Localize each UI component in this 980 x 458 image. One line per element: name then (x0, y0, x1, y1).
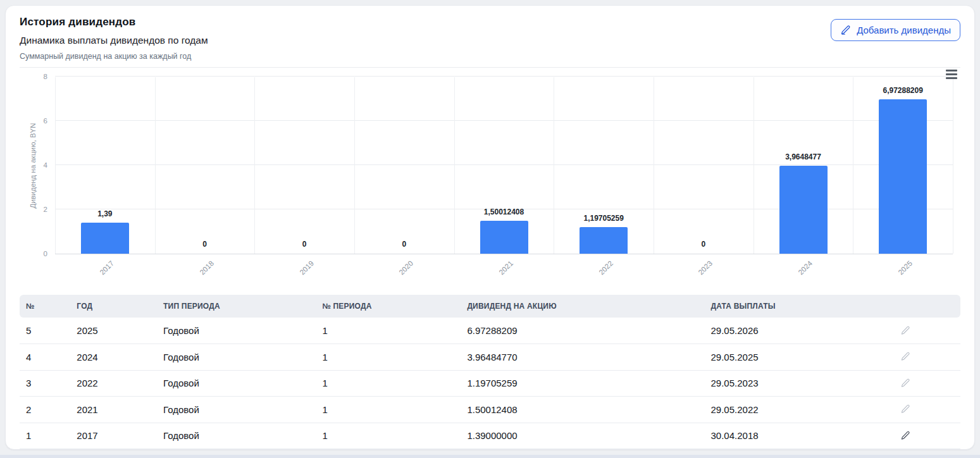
v-gridline (754, 77, 754, 254)
cell-actions (893, 397, 960, 423)
v-gridline (354, 77, 355, 254)
cell-year: 2021 (70, 397, 157, 423)
pencil-icon (900, 378, 911, 388)
edit-row-button[interactable] (899, 324, 912, 337)
cell-num: 4 (20, 344, 70, 371)
v-gridline (853, 77, 853, 254)
bar-value-label: 0 (202, 240, 207, 249)
cell-dividend: 6.97288209 (461, 318, 704, 344)
pencil-icon (900, 404, 911, 414)
x-tick-label: 2023 (697, 259, 714, 276)
x-tick-label: 2018 (198, 259, 215, 276)
bar-value-label: 0 (402, 240, 406, 249)
bar-2017[interactable] (81, 223, 129, 254)
bar-value-label: 0 (302, 240, 307, 249)
add-dividends-button[interactable]: Добавить дивиденды (831, 19, 960, 41)
bar-value-label: 1,50012408 (484, 207, 524, 216)
y-tick-label: 0 (20, 250, 47, 257)
v-gridline (55, 77, 56, 254)
bar-2025[interactable] (879, 99, 927, 254)
bar-2022[interactable] (580, 227, 628, 254)
bar-value-label: 3,9648477 (785, 152, 821, 161)
pencil-icon (840, 25, 851, 35)
cell-pay-date: 30.04.2018 (705, 423, 893, 449)
cell-pay-date: 29.05.2023 (705, 370, 893, 397)
table-row: 42024Годовой13.9648477029.05.2025 (20, 344, 960, 371)
cell-num: 3 (20, 370, 70, 397)
cell-pay-date: 29.05.2026 (705, 318, 893, 344)
cell-num: 5 (20, 318, 70, 344)
x-tick-label: 2024 (797, 259, 814, 276)
y-tick-label: 2 (20, 206, 47, 213)
cell-pay-date: 29.05.2022 (705, 397, 893, 423)
cell-period-type: Годовой (157, 344, 316, 371)
v-gridline (554, 77, 554, 254)
bar-value-label: 0 (701, 240, 705, 249)
dividend-bar-chart: Дивиденд на акцию, BYN 1,390001,50012408… (20, 68, 960, 287)
cell-year: 2017 (70, 423, 157, 449)
edit-row-button[interactable] (899, 402, 912, 416)
add-dividends-label: Добавить дивиденды (857, 25, 951, 35)
bar-value-label: 6,97288209 (883, 86, 922, 95)
x-tick-label: 2017 (99, 259, 116, 276)
col-header: ДИВИДЕНД НА АКЦИЮ (461, 295, 704, 318)
cell-period-no: 1 (316, 370, 461, 397)
x-tick-label: 2021 (497, 259, 514, 276)
cell-period-type: Годовой (157, 370, 316, 397)
cell-year: 2025 (70, 318, 157, 344)
bar-2021[interactable] (480, 221, 528, 254)
cell-pay-date: 29.05.2025 (705, 344, 893, 371)
cell-actions (893, 344, 960, 371)
col-header (893, 295, 960, 318)
cell-actions (893, 370, 960, 397)
cell-period-no: 1 (316, 318, 461, 344)
edit-row-button[interactable] (899, 350, 912, 363)
chart-menu-icon[interactable] (944, 68, 959, 82)
h-gridline (55, 120, 953, 121)
cell-period-type: Годовой (157, 423, 316, 449)
v-gridline (654, 77, 654, 254)
col-header: № (20, 295, 70, 318)
cell-dividend: 1.50012408 (461, 397, 704, 423)
col-header: ТИП ПЕРИОДА (157, 295, 316, 318)
cell-period-no: 1 (316, 423, 461, 449)
cell-year: 2024 (70, 344, 157, 371)
v-gridline (155, 77, 156, 254)
bar-value-label: 1,39 (97, 209, 112, 218)
x-tick-label: 2020 (398, 259, 415, 276)
v-gridline (254, 77, 255, 254)
x-axis-labels: 201720182019202020212022202320242025 (55, 259, 953, 287)
dividend-table-wrap: №ГОДТИП ПЕРИОДА№ ПЕРИОДАДИВИДЕНД НА АКЦИ… (20, 295, 960, 449)
cell-period-no: 1 (316, 397, 461, 423)
bar-value-label: 1,19705259 (583, 214, 623, 223)
v-gridline (454, 77, 455, 254)
cell-year: 2022 (70, 370, 157, 397)
col-header: ГОД (70, 295, 157, 318)
dividend-table: №ГОДТИП ПЕРИОДА№ ПЕРИОДАДИВИДЕНД НА АКЦИ… (20, 295, 960, 449)
pencil-icon (900, 325, 911, 336)
card-header: История дивидендов Динамика выплаты диви… (15, 16, 965, 61)
cell-dividend: 3.96484770 (461, 344, 704, 371)
chart-subtitle: Динамика выплаты дивидендов по годам (20, 35, 208, 46)
table-body: 52025Годовой16.9728820929.05.202642024Го… (20, 318, 960, 449)
pencil-icon (900, 430, 911, 441)
cell-num: 1 (20, 423, 70, 449)
cell-actions (893, 318, 960, 344)
edit-row-button[interactable] (899, 376, 912, 390)
table-row: 22021Годовой11.5001240829.05.2022 (20, 397, 960, 423)
h-gridline (55, 76, 953, 77)
cell-period-type: Годовой (157, 397, 316, 423)
table-head: №ГОДТИП ПЕРИОДА№ ПЕРИОДАДИВИДЕНД НА АКЦИ… (20, 295, 960, 318)
cell-num: 2 (20, 397, 70, 423)
bar-2024[interactable] (779, 166, 828, 254)
h-gridline (55, 164, 953, 165)
header-text-block: История дивидендов Динамика выплаты диви… (20, 16, 208, 61)
table-row: 52025Годовой16.9728820929.05.2026 (20, 318, 960, 344)
y-tick-label: 6 (20, 117, 47, 125)
x-tick-label: 2022 (597, 259, 614, 276)
v-gridline (953, 77, 953, 254)
chart-caption: Суммарный дивиденд на акцию за каждый го… (20, 52, 208, 61)
col-header: ДАТА ВЫПЛАТЫ (705, 295, 893, 318)
y-tick-label: 4 (20, 161, 47, 169)
edit-row-button[interactable] (899, 429, 912, 442)
